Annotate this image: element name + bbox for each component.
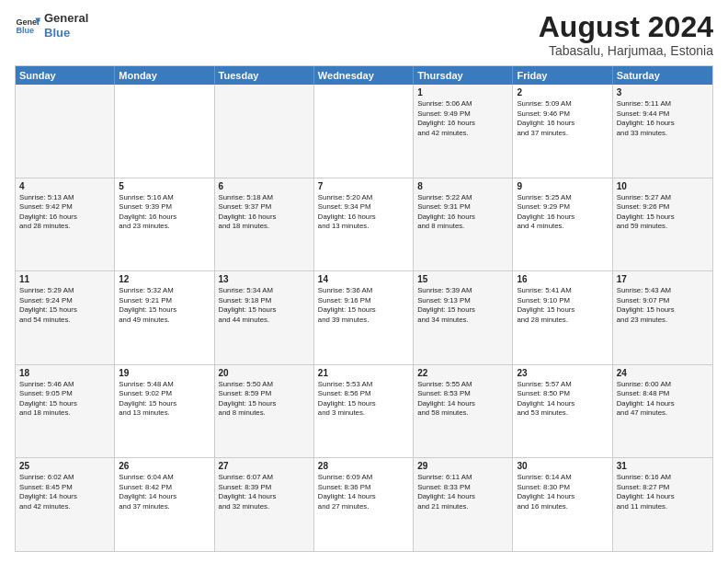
calendar-cell: 8Sunrise: 5:22 AM Sunset: 9:31 PM Daylig…: [414, 178, 513, 271]
day-number: 3: [617, 87, 709, 98]
calendar-cell: 21Sunrise: 5:53 AM Sunset: 8:56 PM Dayli…: [314, 365, 414, 458]
day-number: 10: [617, 181, 709, 191]
calendar-cell: 20Sunrise: 5:50 AM Sunset: 8:59 PM Dayli…: [215, 365, 314, 458]
calendar-cell: 31Sunrise: 6:16 AM Sunset: 8:27 PM Dayli…: [613, 458, 712, 551]
day-detail: Sunrise: 6:16 AM Sunset: 8:27 PM Dayligh…: [617, 473, 709, 511]
title-area: August 2024 Tabasalu, Harjumaa, Estonia: [539, 11, 713, 58]
day-number: 31: [617, 461, 709, 471]
day-detail: Sunrise: 5:36 AM Sunset: 9:16 PM Dayligh…: [318, 286, 409, 325]
day-detail: Sunrise: 5:09 AM Sunset: 9:46 PM Dayligh…: [517, 99, 608, 138]
logo-icon: General Blue: [15, 13, 40, 39]
day-number: 1: [417, 87, 508, 98]
day-number: 5: [119, 181, 210, 191]
day-detail: Sunrise: 5:46 AM Sunset: 9:05 PM Dayligh…: [19, 380, 110, 419]
day-number: 19: [119, 368, 210, 378]
calendar-cell: 4Sunrise: 5:13 AM Sunset: 9:42 PM Daylig…: [16, 178, 115, 271]
subtitle: Tabasalu, Harjumaa, Estonia: [539, 43, 713, 58]
day-detail: Sunrise: 5:50 AM Sunset: 8:59 PM Dayligh…: [219, 380, 310, 419]
calendar-cell: 5Sunrise: 5:16 AM Sunset: 9:39 PM Daylig…: [115, 178, 214, 271]
day-number: 28: [318, 461, 409, 471]
day-detail: Sunrise: 5:27 AM Sunset: 9:26 PM Dayligh…: [617, 193, 709, 232]
calendar-row: 1Sunrise: 5:06 AM Sunset: 9:49 PM Daylig…: [16, 85, 712, 178]
calendar-cell: 15Sunrise: 5:39 AM Sunset: 9:13 PM Dayli…: [414, 271, 513, 364]
calendar-cell: 10Sunrise: 5:27 AM Sunset: 9:26 PM Dayli…: [613, 178, 712, 271]
day-number: 15: [417, 274, 508, 284]
day-number: 23: [517, 368, 608, 378]
day-detail: Sunrise: 5:29 AM Sunset: 9:24 PM Dayligh…: [19, 286, 110, 325]
day-number: 25: [19, 461, 110, 471]
day-number: 7: [318, 181, 409, 191]
day-number: 11: [19, 274, 110, 284]
day-detail: Sunrise: 5:16 AM Sunset: 9:39 PM Dayligh…: [119, 193, 210, 232]
day-detail: Sunrise: 6:04 AM Sunset: 8:42 PM Dayligh…: [119, 473, 210, 511]
calendar-row: 25Sunrise: 6:02 AM Sunset: 8:45 PM Dayli…: [16, 458, 712, 551]
day-number: 17: [617, 274, 709, 284]
day-detail: Sunrise: 5:48 AM Sunset: 9:02 PM Dayligh…: [119, 380, 210, 419]
calendar-row: 18Sunrise: 5:46 AM Sunset: 9:05 PM Dayli…: [16, 365, 712, 459]
day-detail: Sunrise: 5:20 AM Sunset: 9:34 PM Dayligh…: [318, 193, 409, 232]
day-number: 29: [417, 461, 508, 471]
calendar-cell: 2Sunrise: 5:09 AM Sunset: 9:46 PM Daylig…: [513, 85, 612, 178]
day-detail: Sunrise: 5:11 AM Sunset: 9:44 PM Dayligh…: [617, 99, 709, 138]
day-number: 18: [19, 368, 110, 378]
day-detail: Sunrise: 5:53 AM Sunset: 8:56 PM Dayligh…: [318, 380, 409, 419]
day-number: 24: [617, 368, 709, 378]
calendar-cell: 9Sunrise: 5:25 AM Sunset: 9:29 PM Daylig…: [513, 178, 612, 271]
weekday-header: Wednesday: [314, 66, 414, 85]
day-detail: Sunrise: 5:25 AM Sunset: 9:29 PM Dayligh…: [517, 193, 608, 232]
day-detail: Sunrise: 5:57 AM Sunset: 8:50 PM Dayligh…: [517, 380, 608, 419]
calendar-cell: 12Sunrise: 5:32 AM Sunset: 9:21 PM Dayli…: [115, 271, 214, 364]
logo: General Blue General Blue: [15, 11, 88, 40]
calendar-row: 4Sunrise: 5:13 AM Sunset: 9:42 PM Daylig…: [16, 178, 712, 272]
calendar-cell: [16, 85, 115, 178]
weekday-header: Saturday: [613, 66, 712, 85]
day-number: 2: [517, 87, 608, 98]
logo-text-line2: Blue: [44, 26, 88, 40]
calendar-cell: 16Sunrise: 5:41 AM Sunset: 9:10 PM Dayli…: [513, 271, 612, 364]
calendar-cell: 22Sunrise: 5:55 AM Sunset: 8:53 PM Dayli…: [414, 365, 513, 458]
calendar-cell: 7Sunrise: 5:20 AM Sunset: 9:34 PM Daylig…: [314, 178, 414, 271]
day-detail: Sunrise: 6:11 AM Sunset: 8:33 PM Dayligh…: [417, 473, 508, 511]
day-number: 13: [219, 274, 310, 284]
calendar-cell: 18Sunrise: 5:46 AM Sunset: 9:05 PM Dayli…: [16, 365, 115, 458]
day-detail: Sunrise: 5:13 AM Sunset: 9:42 PM Dayligh…: [19, 193, 110, 232]
logo-text-line1: General: [44, 11, 88, 26]
calendar-cell: 24Sunrise: 6:00 AM Sunset: 8:48 PM Dayli…: [613, 365, 712, 458]
day-detail: Sunrise: 5:39 AM Sunset: 9:13 PM Dayligh…: [417, 286, 508, 325]
day-detail: Sunrise: 6:07 AM Sunset: 8:39 PM Dayligh…: [219, 473, 310, 511]
svg-text:Blue: Blue: [16, 25, 34, 34]
weekday-header: Thursday: [414, 66, 513, 85]
day-detail: Sunrise: 6:09 AM Sunset: 8:36 PM Dayligh…: [318, 473, 409, 511]
day-number: 8: [417, 181, 508, 191]
calendar-cell: 27Sunrise: 6:07 AM Sunset: 8:39 PM Dayli…: [215, 458, 314, 551]
calendar-cell: 13Sunrise: 5:34 AM Sunset: 9:18 PM Dayli…: [215, 271, 314, 364]
calendar-row: 11Sunrise: 5:29 AM Sunset: 9:24 PM Dayli…: [16, 271, 712, 365]
weekday-header: Friday: [513, 66, 612, 85]
day-detail: Sunrise: 5:22 AM Sunset: 9:31 PM Dayligh…: [417, 193, 508, 232]
weekday-header: Tuesday: [215, 66, 314, 85]
calendar-cell: 11Sunrise: 5:29 AM Sunset: 9:24 PM Dayli…: [16, 271, 115, 364]
calendar-cell: 17Sunrise: 5:43 AM Sunset: 9:07 PM Dayli…: [613, 271, 712, 364]
day-detail: Sunrise: 6:00 AM Sunset: 8:48 PM Dayligh…: [617, 380, 709, 419]
day-number: 16: [517, 274, 608, 284]
day-number: 27: [219, 461, 310, 471]
day-number: 22: [417, 368, 508, 378]
day-number: 20: [219, 368, 310, 378]
day-number: 14: [318, 274, 409, 284]
calendar-cell: 30Sunrise: 6:14 AM Sunset: 8:30 PM Dayli…: [513, 458, 612, 551]
day-detail: Sunrise: 5:55 AM Sunset: 8:53 PM Dayligh…: [417, 380, 508, 419]
day-detail: Sunrise: 5:06 AM Sunset: 9:49 PM Dayligh…: [417, 99, 508, 138]
weekday-header: Monday: [115, 66, 214, 85]
calendar-cell: [314, 85, 414, 178]
calendar-header: SundayMondayTuesdayWednesdayThursdayFrid…: [16, 66, 712, 85]
day-detail: Sunrise: 5:43 AM Sunset: 9:07 PM Dayligh…: [617, 286, 709, 325]
calendar-cell: 23Sunrise: 5:57 AM Sunset: 8:50 PM Dayli…: [513, 365, 612, 458]
day-detail: Sunrise: 6:02 AM Sunset: 8:45 PM Dayligh…: [19, 473, 110, 511]
calendar-cell: [215, 85, 314, 178]
calendar-cell: 19Sunrise: 5:48 AM Sunset: 9:02 PM Dayli…: [115, 365, 214, 458]
page: General Blue General Blue August 2024 Ta…: [0, 0, 728, 563]
header: General Blue General Blue August 2024 Ta…: [15, 11, 713, 58]
day-number: 4: [19, 181, 110, 191]
day-number: 6: [219, 181, 310, 191]
day-number: 9: [517, 181, 608, 191]
